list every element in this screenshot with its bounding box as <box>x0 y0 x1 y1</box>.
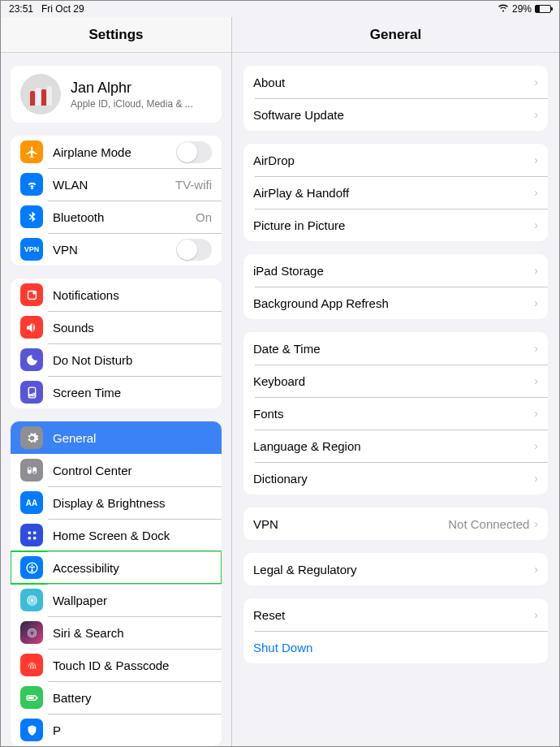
dnd-label: Do Not Disturb <box>53 353 212 367</box>
airplane-label: Airplane Mode <box>53 145 176 159</box>
svg-point-17 <box>29 630 34 635</box>
sidebar-item-accessibility[interactable]: Accessibility <box>11 551 222 584</box>
sounds-label: Sounds <box>53 321 212 335</box>
general-refresh[interactable]: Background App Refresh› <box>243 287 548 319</box>
vpn-label: VPN <box>53 243 176 257</box>
status-time: 23:51 <box>9 3 33 15</box>
chevron-right-icon: › <box>534 296 538 309</box>
svg-rect-8 <box>32 531 36 534</box>
siri-label: Siri & Search <box>53 626 212 640</box>
display-label: Display & Brightness <box>53 496 212 510</box>
touchid-label: Touch ID & Passcode <box>53 658 212 672</box>
chevron-right-icon: › <box>534 472 538 485</box>
chevron-right-icon: › <box>534 108 538 121</box>
sidebar-item-controlcenter[interactable]: Control Center <box>11 454 222 486</box>
sidebar-item-airplane[interactable]: Airplane Mode <box>11 136 222 168</box>
svg-point-12 <box>31 563 32 565</box>
sounds-icon <box>20 316 43 339</box>
general-datetime[interactable]: Date & Time› <box>243 332 548 365</box>
svg-point-1 <box>32 291 36 294</box>
screentime-label: Screen Time <box>53 386 212 399</box>
sidebar-title: Settings <box>1 17 231 53</box>
sidebar-item-wallpaper[interactable]: Wallpaper <box>11 584 222 616</box>
wlan-icon <box>20 173 43 196</box>
svg-rect-19 <box>37 697 37 699</box>
chevron-right-icon: › <box>534 517 538 530</box>
airplane-toggle[interactable] <box>176 141 212 163</box>
general-airdrop[interactable]: AirDrop› <box>243 144 548 176</box>
chevron-right-icon: › <box>534 608 538 621</box>
chevron-right-icon: › <box>534 407 538 420</box>
general-storage[interactable]: iPad Storage› <box>243 254 548 287</box>
sidebar-item-touchid[interactable]: Touch ID & Passcode <box>11 649 222 681</box>
sidebar-item-notifications[interactable]: Notifications <box>11 279 222 311</box>
siri-icon <box>20 621 43 644</box>
svg-point-15 <box>31 599 33 602</box>
privacy-label: P <box>53 723 212 737</box>
sidebar-item-general[interactable]: General <box>11 421 222 454</box>
svg-rect-7 <box>28 531 31 534</box>
sidebar-item-siri[interactable]: Siri & Search <box>11 616 222 649</box>
chevron-right-icon: › <box>534 153 538 166</box>
status-bar: 23:51 Fri Oct 29 29% <box>1 1 559 17</box>
general-language[interactable]: Language & Region› <box>243 430 548 462</box>
home-label: Home Screen & Dock <box>53 529 212 542</box>
sidebar-item-vpn[interactable]: VPN VPN <box>11 233 222 266</box>
general-about[interactable]: About› <box>243 66 548 98</box>
notifications-icon <box>20 283 43 306</box>
general-vpn[interactable]: VPNNot Connected› <box>243 507 548 540</box>
general-pip[interactable]: Picture in Picture› <box>243 209 548 241</box>
vpn-toggle[interactable] <box>176 239 212 261</box>
chevron-right-icon: › <box>534 563 538 576</box>
sidebar-item-privacy[interactable]: P <box>11 714 222 746</box>
general-airplay[interactable]: AirPlay & Handoff› <box>243 176 548 209</box>
detail-pane: General About› Software Update› AirDrop›… <box>232 17 559 746</box>
notifications-label: Notifications <box>53 288 212 302</box>
general-fonts[interactable]: Fonts› <box>243 397 548 430</box>
dnd-icon <box>20 348 43 371</box>
home-icon <box>20 524 43 546</box>
general-dictionary[interactable]: Dictionary› <box>243 462 548 494</box>
touchid-icon <box>20 654 43 676</box>
sidebar-item-battery[interactable]: Battery <box>11 681 222 714</box>
general-icon <box>20 426 43 449</box>
svg-point-4 <box>28 467 30 469</box>
general-reset[interactable]: Reset› <box>243 598 548 631</box>
svg-point-6 <box>33 471 36 473</box>
privacy-icon <box>20 719 43 741</box>
controlcenter-label: Control Center <box>53 464 212 477</box>
airplane-icon <box>20 140 43 163</box>
sidebar-item-display[interactable]: AA Display & Brightness <box>11 486 222 519</box>
chevron-right-icon: › <box>534 439 538 452</box>
general-legal[interactable]: Legal & Regulatory› <box>243 553 548 585</box>
chevron-right-icon: › <box>534 264 538 277</box>
sidebar-item-sounds[interactable]: Sounds <box>11 311 222 343</box>
avatar <box>20 74 61 114</box>
general-keyboard[interactable]: Keyboard› <box>243 365 548 397</box>
apple-id-row[interactable]: Jan Alphr Apple ID, iCloud, Media & ... <box>11 66 222 123</box>
sidebar-item-home[interactable]: Home Screen & Dock <box>11 519 222 551</box>
screentime-icon <box>20 381 43 404</box>
svg-rect-10 <box>32 536 36 539</box>
wifi-icon <box>498 3 509 15</box>
wlan-value: TV-wifi <box>175 178 212 192</box>
general-shutdown[interactable]: Shut Down <box>243 631 548 663</box>
detail-title: General <box>232 17 559 53</box>
chevron-right-icon: › <box>534 342 538 355</box>
bluetooth-icon <box>20 205 43 228</box>
general-software[interactable]: Software Update› <box>243 98 548 131</box>
svg-rect-9 <box>28 536 31 539</box>
battery-label: Battery <box>53 691 212 705</box>
bluetooth-value: On <box>196 210 212 224</box>
battery-settings-icon <box>20 686 43 709</box>
chevron-right-icon: › <box>534 186 538 199</box>
general-label: General <box>53 431 212 445</box>
sidebar-item-wlan[interactable]: WLAN TV-wifi <box>11 168 222 201</box>
wallpaper-label: Wallpaper <box>53 594 212 607</box>
accessibility-label: Accessibility <box>53 561 212 575</box>
controlcenter-icon <box>20 459 43 481</box>
battery-percent: 29% <box>512 3 532 15</box>
sidebar-item-dnd[interactable]: Do Not Disturb <box>11 343 222 376</box>
sidebar-item-screentime[interactable]: Screen Time <box>11 376 222 408</box>
sidebar-item-bluetooth[interactable]: Bluetooth On <box>11 201 222 233</box>
